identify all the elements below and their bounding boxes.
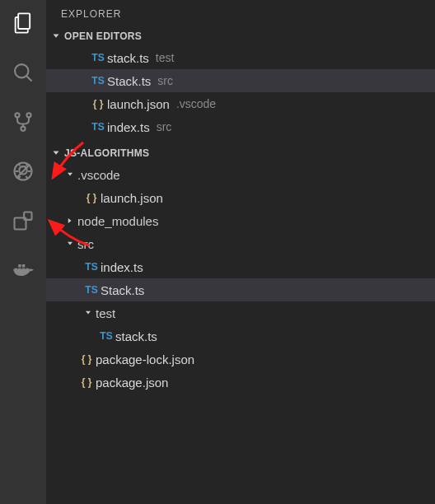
activity-bar [0, 0, 46, 504]
file-name: stack.ts [115, 329, 157, 343]
svg-point-4 [21, 127, 25, 131]
debug-icon[interactable] [10, 158, 36, 184]
json-icon: { } [77, 376, 96, 388]
json-icon: { } [89, 98, 107, 110]
ts-icon: TS [82, 284, 101, 296]
ts-icon: TS [89, 75, 107, 86]
folder-item[interactable]: .vscode [46, 163, 435, 186]
file-name: index.ts [101, 260, 143, 274]
file-item[interactable]: TS Stack.ts [46, 278, 435, 301]
file-name: index.ts [107, 120, 150, 134]
docker-icon[interactable] [10, 257, 36, 283]
file-name: Stack.ts [107, 74, 151, 88]
open-editor-item[interactable]: TS stack.ts test [46, 46, 435, 69]
file-name: stack.ts [107, 51, 149, 65]
file-path-hint: test [156, 51, 175, 64]
workspace-title: JS-ALGORITHMS [64, 147, 149, 159]
chevron-down-icon [82, 307, 94, 319]
file-name: launch.json [101, 191, 163, 205]
open-editors-list: TS stack.ts test TS Stack.ts src { } lau… [46, 46, 435, 143]
file-item[interactable]: { } launch.json [46, 186, 435, 209]
ts-icon: TS [89, 52, 107, 63]
files-icon[interactable] [10, 10, 36, 36]
svg-point-1 [15, 64, 28, 77]
file-item[interactable]: { } package-lock.json [46, 348, 435, 371]
ts-icon: TS [89, 121, 107, 133]
workspace-tree: .vscode { } launch.json node_modules src… [46, 163, 435, 399]
file-path-hint: .vscode [176, 97, 216, 110]
extensions-icon[interactable] [10, 208, 36, 234]
folder-name: node_modules [77, 214, 158, 228]
chevron-right-icon [64, 215, 76, 226]
folder-item[interactable]: test [46, 301, 435, 324]
file-path-hint: src [157, 120, 172, 133]
folder-item[interactable]: node_modules [46, 209, 435, 232]
open-editor-item[interactable]: TS Stack.ts src [46, 69, 435, 92]
json-icon: { } [77, 353, 96, 365]
chevron-down-icon [64, 238, 76, 250]
workspace-header[interactable]: JS-ALGORITHMS [46, 143, 435, 163]
search-icon[interactable] [10, 59, 36, 86]
svg-point-2 [15, 113, 19, 117]
open-editor-item[interactable]: { } launch.json .vscode [46, 92, 435, 115]
file-name: launch.json [107, 97, 170, 111]
folder-name: test [96, 306, 115, 320]
explorer-sidebar: EXPLORER OPEN EDITORS TS stack.ts test T… [46, 0, 435, 504]
folder-name: src [77, 237, 94, 251]
file-name: Stack.ts [101, 283, 144, 297]
source-control-icon[interactable] [10, 109, 36, 135]
file-name: package.json [96, 376, 168, 390]
ts-icon: TS [82, 261, 101, 273]
file-item[interactable]: TS index.ts [46, 255, 435, 278]
chevron-down-icon [49, 30, 63, 43]
chevron-down-icon [49, 147, 63, 160]
svg-rect-12 [18, 264, 21, 268]
folder-name: .vscode [77, 168, 120, 182]
file-path-hint: src [157, 74, 173, 87]
file-name: package-lock.json [96, 352, 194, 366]
svg-rect-0 [18, 13, 30, 29]
json-icon: { } [82, 192, 101, 203]
open-editors-title: OPEN EDITORS [64, 30, 142, 42]
svg-point-3 [26, 113, 30, 117]
open-editor-item[interactable]: TS index.ts src [46, 115, 435, 138]
chevron-down-icon [64, 169, 76, 180]
file-item[interactable]: { } package.json [46, 371, 435, 394]
sidebar-title: EXPLORER [46, 0, 435, 26]
open-editors-header[interactable]: OPEN EDITORS [46, 26, 435, 46]
file-item[interactable]: TS stack.ts [46, 324, 435, 348]
svg-rect-13 [22, 264, 26, 268]
ts-icon: TS [97, 330, 115, 342]
folder-item[interactable]: src [46, 232, 435, 255]
